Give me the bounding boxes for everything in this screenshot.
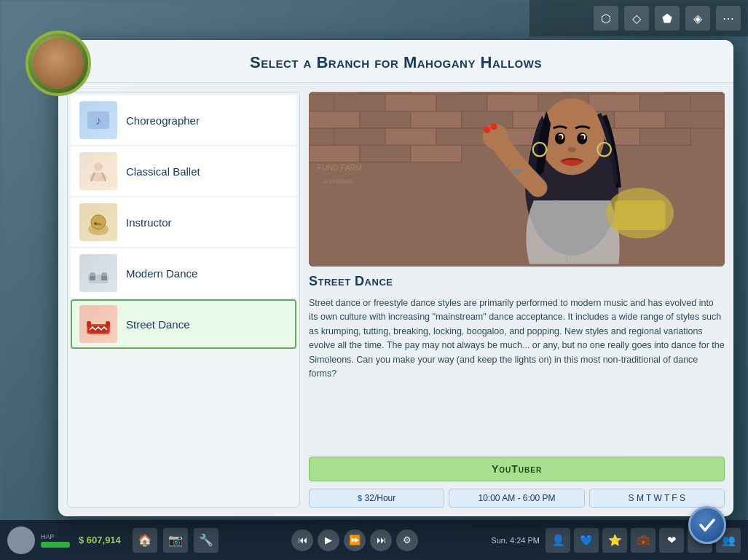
days-chip: S M T W T F S <box>589 489 725 508</box>
svg-point-7 <box>91 215 106 229</box>
svg-rect-35 <box>360 111 411 128</box>
branch-list[interactable]: ♪ Choreographer Classical Ballet <box>67 92 300 508</box>
needs-button[interactable]: 💙 <box>574 528 599 553</box>
home-button[interactable]: 🏠 <box>133 528 157 553</box>
top-icon-3[interactable]: ⬟ <box>655 6 680 31</box>
svg-text:... a simoleon...: ... a simoleon... <box>318 178 358 185</box>
svg-rect-48 <box>639 128 690 145</box>
taskbar-time: Sun. 4:24 PM <box>491 536 540 545</box>
svg-point-60 <box>567 147 576 152</box>
branch-label-instructor: Instructor <box>126 216 172 229</box>
svg-rect-43 <box>385 128 436 145</box>
svg-rect-17 <box>106 321 110 327</box>
career-button[interactable]: 💼 <box>631 528 656 553</box>
svg-rect-50 <box>360 145 411 162</box>
svg-point-3 <box>94 162 103 171</box>
svg-rect-12 <box>90 276 95 280</box>
branch-label-choreographer: Choreographer <box>126 114 200 127</box>
svg-rect-49 <box>309 145 360 162</box>
top-icon-bar: ⬡ ◇ ⬟ ◈ ⋯ <box>529 0 748 36</box>
svg-point-8 <box>94 222 97 225</box>
branch-item-instructor[interactable]: Instructor <box>71 197 296 247</box>
taskbar-money: $ 607,914 <box>79 535 121 545</box>
skip-button[interactable]: ⏭ <box>370 529 392 551</box>
dollar-sign: $ <box>358 494 362 502</box>
fast-forward-button[interactable]: ⏩ <box>344 529 366 551</box>
branch-item-choreographer[interactable]: ♪ Choreographer <box>71 95 296 145</box>
branch-item-modern-dance[interactable]: Modern Dance <box>71 248 296 298</box>
modal-header: Select a Branch for Mahogany Hallows <box>58 40 733 83</box>
character-image: FUND FARM ... a simoleon... <box>309 92 725 267</box>
sim-profile-button[interactable]: 👤 <box>546 528 570 553</box>
prev-button[interactable]: ⏮ <box>291 529 313 551</box>
top-icon-5[interactable]: ⋯ <box>716 6 741 31</box>
svg-rect-67 <box>615 200 666 230</box>
branch-icon-choreographer: ♪ <box>79 101 117 139</box>
top-icon-1[interactable]: ⬡ <box>594 6 618 31</box>
svg-rect-42 <box>334 128 385 145</box>
job-details-row: $ 32/Hour 10:00 AM - 6:00 PM S M T W T F… <box>309 489 725 508</box>
modal-body: ♪ Choreographer Classical Ballet <box>58 83 733 516</box>
camera-button[interactable]: 📷 <box>163 528 188 553</box>
media-controls: ⏮ ▶ ⏩ ⏭ ⚙ <box>224 529 486 551</box>
taskbar-avatar[interactable] <box>7 527 35 554</box>
hours-chip: 10:00 AM - 6:00 PM <box>449 489 584 508</box>
avatar-face <box>33 38 84 89</box>
svg-rect-30 <box>487 94 538 111</box>
pause-button[interactable]: ⚙ <box>396 529 418 551</box>
svg-text:FUND FARM: FUND FARM <box>318 164 362 172</box>
happiness-bar <box>41 542 70 548</box>
svg-point-65 <box>490 123 497 130</box>
svg-rect-51 <box>411 145 462 162</box>
taskbar: HAP $ 607,914 🏠 📷 🔧 ⏮ ▶ ⏩ ⏭ ⚙ Sun. 4:24 … <box>0 520 748 560</box>
svg-text:♪: ♪ <box>95 114 101 127</box>
svg-rect-41 <box>665 111 725 128</box>
branch-icon-street-dance <box>79 305 117 343</box>
branch-selection-modal: Select a Branch for Mahogany Hallows ♪ C… <box>58 40 733 516</box>
svg-rect-37 <box>462 111 513 128</box>
svg-rect-33 <box>639 94 690 111</box>
svg-rect-13 <box>101 276 107 280</box>
modal-title: Select a Branch for Mahogany Hallows <box>73 53 719 72</box>
relationships-button[interactable]: ❤ <box>659 528 684 553</box>
job-title-button[interactable]: YouTuber <box>309 457 725 481</box>
svg-rect-27 <box>334 94 385 111</box>
branch-icon-instructor <box>79 203 117 241</box>
branch-detail: FUND FARM ... a simoleon... Street Dance… <box>309 92 725 508</box>
branch-label-modern-dance: Modern Dance <box>126 267 197 280</box>
branch-icon-ballet <box>79 152 117 190</box>
svg-rect-29 <box>436 94 487 111</box>
build-button[interactable]: 🔧 <box>194 528 219 553</box>
pay-rate: 32/Hour <box>365 493 396 503</box>
svg-rect-34 <box>309 111 360 128</box>
top-icon-2[interactable]: ◇ <box>624 6 649 31</box>
svg-rect-36 <box>411 111 462 128</box>
branch-item-street-dance[interactable]: Street Dance <box>71 299 296 349</box>
skills-button[interactable]: ⭐ <box>602 528 627 553</box>
avatar[interactable] <box>25 31 91 96</box>
svg-rect-32 <box>589 94 640 111</box>
svg-rect-44 <box>436 128 487 145</box>
branch-label-classical-ballet: Classical Ballet <box>126 165 200 178</box>
play-button[interactable]: ▶ <box>318 529 339 551</box>
svg-point-64 <box>484 127 490 133</box>
svg-rect-40 <box>615 111 666 128</box>
detail-description: Street dance or freestyle dance styles a… <box>309 296 725 449</box>
svg-point-58 <box>558 135 562 140</box>
pay-chip: $ 32/Hour <box>309 489 444 508</box>
svg-rect-16 <box>87 321 91 327</box>
branch-icon-modern <box>79 254 117 292</box>
svg-point-59 <box>580 135 584 140</box>
svg-rect-28 <box>385 94 436 111</box>
confirm-button[interactable] <box>688 506 726 544</box>
top-icon-4[interactable]: ◈ <box>685 6 710 31</box>
branch-label-street-dance: Street Dance <box>126 318 190 331</box>
detail-branch-name: Street Dance <box>309 274 725 289</box>
sim-status-label: HAP <box>41 533 70 540</box>
branch-item-classical-ballet[interactable]: Classical Ballet <box>71 146 296 196</box>
